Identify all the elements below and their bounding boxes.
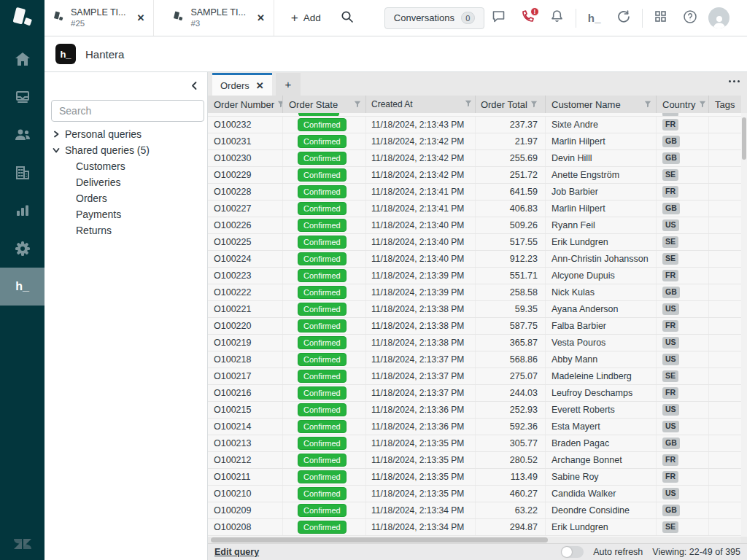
search-input[interactable] (51, 100, 204, 122)
cell-order-number: O100215 (208, 402, 283, 418)
filter-funnel-icon[interactable] (530, 99, 538, 110)
table-body-wrap: O100232 Confirmed 11/18/2024, 2:13:43 PM… (208, 113, 741, 537)
sidebar-item-reporting[interactable] (0, 192, 44, 230)
table-row[interactable]: O100212 Confirmed 11/18/2024, 2:13:35 PM… (208, 452, 741, 469)
table-row[interactable]: O100226 Confirmed 11/18/2024, 2:13:40 PM… (208, 217, 741, 234)
status-badge: Confirmed (298, 454, 347, 467)
table-row[interactable]: O100221 Confirmed 11/18/2024, 2:13:38 PM… (208, 301, 741, 318)
table-row[interactable]: O100231 Confirmed 11/18/2024, 2:13:42 PM… (208, 133, 741, 150)
table-row[interactable]: O100227 Confirmed 11/18/2024, 2:13:41 PM… (208, 201, 741, 217)
help-button[interactable] (676, 0, 705, 36)
cell-order-state: Confirmed (283, 251, 366, 267)
filter-funnel-icon[interactable] (277, 99, 283, 110)
profile-button[interactable] (705, 0, 734, 36)
sidebar-item-customers[interactable] (0, 116, 44, 154)
view-options-menu-icon[interactable] (727, 74, 741, 88)
personal-queries-node[interactable]: Personal queries (44, 126, 207, 142)
table-row[interactable]: O100208 Confirmed 11/18/2024, 2:13:34 PM… (208, 519, 741, 536)
shared-queries-node[interactable]: Shared queries (5) (44, 142, 207, 158)
notifications-button[interactable] (543, 0, 572, 36)
status-badge: Confirmed (298, 319, 347, 333)
tab-title: SAMPLE TI... (190, 7, 246, 19)
table-row[interactable]: O100218 Confirmed 11/18/2024, 2:13:37 PM… (208, 351, 741, 368)
conversations-button[interactable]: Conversations 0 (384, 7, 484, 29)
status-badge: Confirmed (298, 185, 347, 199)
shared-query-item[interactable]: Deliveries (44, 174, 207, 190)
horizontal-scrollbar[interactable] (210, 537, 741, 543)
filter-funnel-icon[interactable] (699, 99, 706, 110)
column-header[interactable]: Tags (709, 96, 741, 113)
table-row[interactable]: O100228 Confirmed 11/18/2024, 2:13:41 PM… (208, 184, 741, 201)
status-badge: Confirmed (298, 437, 347, 451)
cell-customer-name: Abby Mann (546, 351, 657, 368)
filter-funnel-icon[interactable] (354, 99, 361, 110)
vertical-scrollbar-thumb[interactable] (742, 117, 746, 160)
filter-funnel-icon[interactable] (465, 99, 472, 109)
table-row[interactable]: O100211 Confirmed 11/18/2024, 2:13:35 PM… (208, 469, 741, 486)
cell-order-number: O100225 (208, 234, 283, 250)
cell-order-number: O100223 (208, 268, 283, 284)
table-row[interactable]: O100230 Confirmed 11/18/2024, 2:13:42 PM… (208, 150, 741, 167)
sidebar-item-organizations[interactable] (0, 154, 44, 192)
cell-customer-name: Nick Kulas (546, 284, 657, 300)
shared-query-item[interactable]: Customers (44, 158, 207, 174)
table-row[interactable]: O100225 Confirmed 11/18/2024, 2:13:40 PM… (208, 234, 741, 251)
ticket-tab-2[interactable]: SAMPLE TI... #3 ✕ (154, 0, 274, 36)
sidebar-item-hantera-app[interactable]: h_ (0, 268, 44, 306)
search-button[interactable] (332, 0, 363, 36)
column-header[interactable]: Order Total (476, 96, 546, 113)
table-row[interactable]: O100217 Confirmed 11/18/2024, 2:13:37 PM… (208, 368, 741, 385)
close-tab-icon[interactable]: ✕ (133, 9, 150, 26)
column-header[interactable]: Order State (283, 96, 366, 113)
table-row[interactable]: O100214 Confirmed 11/18/2024, 2:13:36 PM… (208, 419, 741, 435)
column-header[interactable]: Customer Name (546, 96, 657, 113)
sidebar-item-admin[interactable] (0, 230, 44, 268)
table-row[interactable]: O100213 Confirmed 11/18/2024, 2:13:35 PM… (208, 435, 741, 452)
vertical-scrollbar[interactable] (741, 113, 747, 537)
auto-refresh-toggle[interactable] (561, 546, 584, 558)
view-tab-orders[interactable]: Orders ✕ (212, 73, 272, 96)
cell-country: SE (657, 234, 709, 250)
shared-query-item[interactable]: Orders (44, 190, 207, 206)
table-row[interactable]: O100216 Confirmed 11/18/2024, 2:13:37 PM… (208, 385, 741, 402)
table-row[interactable]: O100209 Confirmed 11/18/2024, 2:13:34 PM… (208, 502, 741, 519)
column-header[interactable]: Created At (366, 96, 476, 113)
table-row[interactable]: O100232 Confirmed 11/18/2024, 2:13:43 PM… (208, 117, 741, 133)
table-row[interactable]: O100210 Confirmed 11/18/2024, 2:13:35 PM… (208, 486, 741, 502)
column-header[interactable]: Country (657, 96, 709, 113)
cell-order-state: Confirmed (283, 184, 366, 200)
status-badge: Confirmed (298, 236, 347, 249)
table-row[interactable]: O100219 Confirmed 11/18/2024, 2:13:38 PM… (208, 335, 741, 351)
table-row[interactable]: O100222 Confirmed 11/18/2024, 2:13:39 PM… (208, 284, 741, 301)
refresh-button[interactable] (609, 0, 638, 36)
sidebar-item-views[interactable] (0, 78, 44, 116)
chat-button[interactable] (484, 0, 514, 36)
new-view-tab-button[interactable]: + (276, 73, 301, 96)
cell-country: GB (657, 284, 709, 300)
table-row[interactable]: O100229 Confirmed 11/18/2024, 2:13:42 PM… (208, 167, 741, 184)
filter-funnel-icon[interactable] (644, 99, 651, 110)
hantera-shortcut-button[interactable]: h_ (580, 0, 609, 36)
collapse-panel-button[interactable] (188, 79, 201, 95)
cell-order-number: O100208 (208, 519, 283, 535)
ticket-tab-1[interactable]: SAMPLE TI... #25 ✕ (44, 0, 154, 36)
bell-icon (550, 9, 564, 26)
add-button[interactable]: + Add (280, 0, 332, 36)
close-tab-icon[interactable]: ✕ (252, 9, 269, 26)
close-view-tab-icon[interactable]: ✕ (256, 80, 264, 91)
column-header[interactable]: Order Number (208, 96, 283, 113)
horizontal-scrollbar-thumb[interactable] (211, 537, 548, 542)
country-badge: GB (662, 505, 680, 516)
edit-query-link[interactable]: Edit query (214, 547, 259, 557)
phone-button[interactable]: ! (514, 0, 543, 36)
status-badge: Confirmed (298, 336, 347, 350)
table-row[interactable]: O100215 Confirmed 11/18/2024, 2:13:36 PM… (208, 402, 741, 419)
shared-query-item[interactable]: Returns (44, 222, 207, 238)
cell-order-number: O100217 (208, 368, 283, 384)
sidebar-item-home[interactable] (0, 40, 44, 78)
table-row[interactable]: O100220 Confirmed 11/18/2024, 2:13:38 PM… (208, 318, 741, 335)
shared-query-item[interactable]: Payments (44, 206, 207, 222)
apps-button[interactable] (646, 0, 676, 36)
table-row[interactable]: O100223 Confirmed 11/18/2024, 2:13:39 PM… (208, 268, 741, 284)
table-row[interactable]: O100224 Confirmed 11/18/2024, 2:13:40 PM… (208, 251, 741, 268)
